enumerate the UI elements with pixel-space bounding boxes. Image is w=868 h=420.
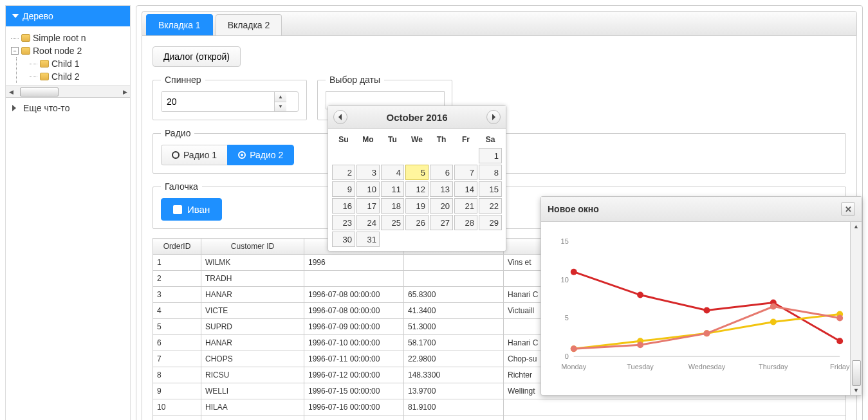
scroll-thumb[interactable]: [20, 87, 59, 96]
calendar-day[interactable]: 19: [405, 198, 429, 214]
calendar-day[interactable]: 6: [430, 165, 453, 180]
chevron-right-icon: [12, 105, 19, 111]
datepicker-legend: Выбор даты: [326, 75, 384, 85]
vertical-scrollbar[interactable]: ▲ ▼: [850, 222, 862, 395]
tab-bar: Вкладка 1 Вкладка 2: [142, 11, 857, 36]
radio-label: Радио 1: [183, 150, 217, 160]
tree-label: Child 2: [51, 71, 80, 82]
svg-text:Friday: Friday: [830, 363, 850, 370]
scroll-left-icon[interactable]: ◀: [6, 87, 16, 97]
folder-icon: [21, 47, 30, 55]
open-dialog-button[interactable]: Диалог (открой): [152, 46, 241, 67]
close-button[interactable]: ✕: [841, 202, 855, 216]
chart-window-titlebar[interactable]: Новое окно ✕: [541, 197, 862, 222]
tree: Simple root n − Root node 2 Child 1 Chil…: [6, 26, 130, 86]
radio-label: Радио 2: [250, 150, 283, 160]
prev-month-button[interactable]: [333, 110, 347, 124]
chart-window-title: Новое окно: [548, 204, 599, 214]
calendar-day[interactable]: 27: [430, 215, 453, 230]
calendar-day[interactable]: 1: [479, 148, 502, 163]
calendar-day[interactable]: 15: [479, 181, 502, 197]
svg-point-24: [836, 315, 843, 321]
ivan-toggle-button[interactable]: Иван: [161, 198, 222, 221]
accordion-more-label: Еще что-то: [23, 103, 69, 113]
tree-label: Child 1: [51, 59, 80, 69]
scroll-thumb[interactable]: [852, 360, 861, 386]
calendar-day[interactable]: 29: [479, 215, 502, 230]
svg-text:Tuesday: Tuesday: [627, 363, 654, 370]
svg-point-10: [571, 269, 577, 275]
column-header[interactable]: Customer ID: [201, 239, 304, 255]
svg-point-21: [637, 342, 643, 348]
svg-text:Thursday: Thursday: [759, 363, 788, 370]
tree-label: Root node 2: [33, 46, 82, 56]
tree-node[interactable]: Simple root n: [11, 32, 127, 44]
tree-node[interactable]: Child 2: [30, 70, 127, 83]
scroll-down-icon[interactable]: ▼: [853, 387, 859, 394]
radio-legend: Радио: [161, 128, 194, 138]
close-icon: ✕: [845, 205, 852, 214]
calendar-day[interactable]: 7: [454, 165, 477, 180]
scroll-right-icon[interactable]: ▶: [120, 87, 130, 97]
calendar-day[interactable]: 3: [356, 165, 380, 180]
spinner-down-icon[interactable]: ▼: [275, 102, 286, 112]
scroll-up-icon[interactable]: ▲: [853, 223, 859, 230]
next-month-button[interactable]: [486, 110, 501, 124]
accordion-tree-header[interactable]: Дерево: [6, 6, 130, 26]
calendar-day[interactable]: 30: [332, 232, 355, 247]
calendar-day[interactable]: 21: [454, 198, 477, 214]
table-row[interactable]: 11ERNSH1996-07-17 00:00:00140.5100Ernst …: [153, 415, 846, 421]
calendar-day[interactable]: 31: [356, 232, 380, 247]
spinner-up-icon[interactable]: ▲: [275, 92, 286, 102]
calendar-day[interactable]: 11: [381, 181, 404, 197]
calendar-day[interactable]: 22: [479, 198, 502, 214]
accordion-more-header[interactable]: Еще что-то: [6, 97, 130, 118]
calendar-day[interactable]: 26: [405, 215, 429, 230]
calendar-day[interactable]: 17: [356, 198, 380, 214]
calendar-day[interactable]: 25: [381, 215, 404, 230]
calendar-day[interactable]: 14: [454, 181, 477, 197]
calendar-day[interactable]: 5: [405, 165, 429, 180]
calendar-day[interactable]: 4: [381, 165, 404, 180]
datepicker-popup: October 2016 SuMoTuWeThFrSa 123456789101…: [328, 105, 506, 251]
svg-text:15: 15: [561, 237, 569, 245]
calendar-day[interactable]: 8: [479, 165, 502, 180]
collapse-icon[interactable]: −: [11, 47, 19, 55]
calendar-day[interactable]: 23: [332, 215, 355, 230]
spinner-fieldset: Спиннер ▲ ▼: [152, 75, 307, 120]
calendar-day[interactable]: 13: [430, 181, 453, 197]
calendar-day[interactable]: 18: [381, 198, 404, 214]
calendar-day[interactable]: 10: [356, 181, 380, 197]
folder-icon: [40, 60, 49, 68]
tab-1[interactable]: Вкладка 1: [146, 14, 213, 35]
calendar-day[interactable]: 20: [430, 198, 453, 214]
calendar-day[interactable]: 9: [332, 181, 355, 197]
calendar-day[interactable]: 12: [405, 181, 429, 197]
horizontal-scrollbar[interactable]: ◀ ▶: [6, 86, 130, 97]
tree-node[interactable]: − Root node 2: [11, 44, 127, 57]
folder-icon: [21, 34, 30, 42]
calendar-day[interactable]: 16: [332, 198, 355, 214]
spinner-input[interactable]: [162, 92, 274, 111]
svg-text:10: 10: [561, 276, 569, 284]
radio-icon: [238, 151, 246, 159]
chart-window: Новое окно ✕ 051015MondayTuesdayWednesda…: [540, 196, 862, 396]
folder-icon: [40, 73, 49, 80]
calendar-day[interactable]: 24: [356, 215, 380, 230]
radio-option-1[interactable]: Радио 1: [161, 145, 227, 165]
column-header[interactable]: OrderID: [153, 239, 201, 255]
radio-option-2[interactable]: Радио 2: [227, 145, 294, 165]
tree-label: Simple root n: [33, 33, 86, 43]
svg-point-14: [836, 338, 843, 344]
svg-text:Monday: Monday: [561, 363, 586, 370]
table-row[interactable]: 10HILAA1996-07-16 00:00:0081.9100: [153, 399, 846, 415]
svg-text:Wednesday: Wednesday: [688, 363, 726, 370]
chevron-down-icon: [12, 14, 19, 18]
calendar-day[interactable]: 2: [332, 165, 355, 180]
chevron-right-icon: [490, 114, 497, 120]
line-chart: 051015MondayTuesdayWednesdayThursdayFrid…: [541, 222, 850, 395]
tab-2[interactable]: Вкладка 2: [216, 14, 282, 35]
tree-node[interactable]: Child 1: [30, 57, 127, 70]
calendar-day[interactable]: 28: [454, 215, 477, 230]
svg-text:5: 5: [565, 314, 569, 322]
